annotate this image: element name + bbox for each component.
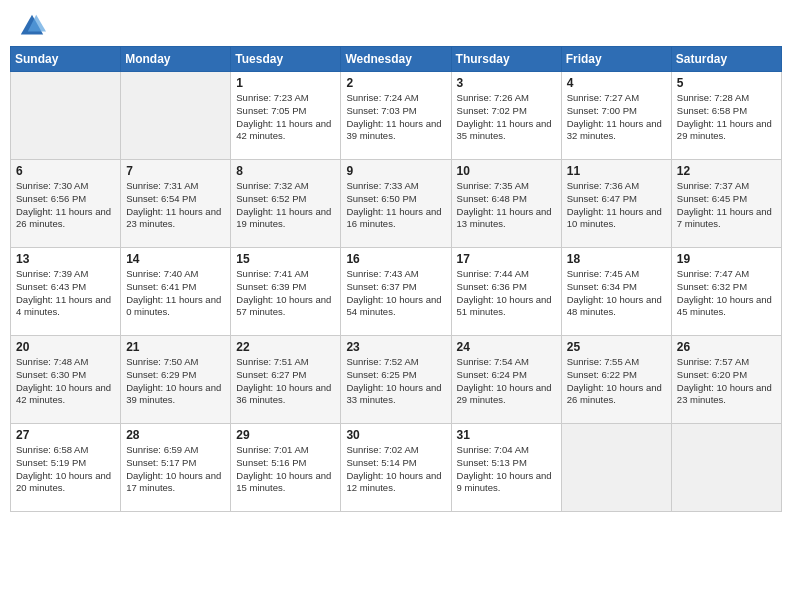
day-cell xyxy=(561,424,671,512)
day-cell: 17Sunrise: 7:44 AMSunset: 6:36 PMDayligh… xyxy=(451,248,561,336)
day-number: 9 xyxy=(346,164,445,178)
day-cell: 25Sunrise: 7:55 AMSunset: 6:22 PMDayligh… xyxy=(561,336,671,424)
day-cell: 7Sunrise: 7:31 AMSunset: 6:54 PMDaylight… xyxy=(121,160,231,248)
day-number: 16 xyxy=(346,252,445,266)
day-info: Sunrise: 7:27 AMSunset: 7:00 PMDaylight:… xyxy=(567,92,666,143)
day-number: 20 xyxy=(16,340,115,354)
day-info: Sunrise: 7:50 AMSunset: 6:29 PMDaylight:… xyxy=(126,356,225,407)
day-number: 22 xyxy=(236,340,335,354)
day-cell: 10Sunrise: 7:35 AMSunset: 6:48 PMDayligh… xyxy=(451,160,561,248)
day-info: Sunrise: 7:28 AMSunset: 6:58 PMDaylight:… xyxy=(677,92,776,143)
day-info: Sunrise: 7:23 AMSunset: 7:05 PMDaylight:… xyxy=(236,92,335,143)
day-cell: 3Sunrise: 7:26 AMSunset: 7:02 PMDaylight… xyxy=(451,72,561,160)
dow-tuesday: Tuesday xyxy=(231,47,341,72)
day-info: Sunrise: 7:52 AMSunset: 6:25 PMDaylight:… xyxy=(346,356,445,407)
day-number: 21 xyxy=(126,340,225,354)
day-cell: 22Sunrise: 7:51 AMSunset: 6:27 PMDayligh… xyxy=(231,336,341,424)
day-info: Sunrise: 7:39 AMSunset: 6:43 PMDaylight:… xyxy=(16,268,115,319)
day-cell: 13Sunrise: 7:39 AMSunset: 6:43 PMDayligh… xyxy=(11,248,121,336)
day-cell: 8Sunrise: 7:32 AMSunset: 6:52 PMDaylight… xyxy=(231,160,341,248)
day-info: Sunrise: 7:31 AMSunset: 6:54 PMDaylight:… xyxy=(126,180,225,231)
day-number: 24 xyxy=(457,340,556,354)
day-number: 13 xyxy=(16,252,115,266)
day-cell xyxy=(121,72,231,160)
day-cell: 16Sunrise: 7:43 AMSunset: 6:37 PMDayligh… xyxy=(341,248,451,336)
day-number: 28 xyxy=(126,428,225,442)
day-number: 25 xyxy=(567,340,666,354)
dow-saturday: Saturday xyxy=(671,47,781,72)
day-number: 1 xyxy=(236,76,335,90)
day-info: Sunrise: 6:58 AMSunset: 5:19 PMDaylight:… xyxy=(16,444,115,495)
day-number: 8 xyxy=(236,164,335,178)
day-info: Sunrise: 7:01 AMSunset: 5:16 PMDaylight:… xyxy=(236,444,335,495)
day-cell: 21Sunrise: 7:50 AMSunset: 6:29 PMDayligh… xyxy=(121,336,231,424)
day-cell xyxy=(671,424,781,512)
day-number: 10 xyxy=(457,164,556,178)
day-number: 23 xyxy=(346,340,445,354)
day-number: 27 xyxy=(16,428,115,442)
day-number: 30 xyxy=(346,428,445,442)
day-info: Sunrise: 7:47 AMSunset: 6:32 PMDaylight:… xyxy=(677,268,776,319)
day-number: 31 xyxy=(457,428,556,442)
day-info: Sunrise: 7:57 AMSunset: 6:20 PMDaylight:… xyxy=(677,356,776,407)
day-number: 6 xyxy=(16,164,115,178)
day-info: Sunrise: 7:33 AMSunset: 6:50 PMDaylight:… xyxy=(346,180,445,231)
day-cell: 5Sunrise: 7:28 AMSunset: 6:58 PMDaylight… xyxy=(671,72,781,160)
dow-wednesday: Wednesday xyxy=(341,47,451,72)
day-number: 29 xyxy=(236,428,335,442)
day-of-week-header-row: SundayMondayTuesdayWednesdayThursdayFrid… xyxy=(11,47,782,72)
calendar-table: SundayMondayTuesdayWednesdayThursdayFrid… xyxy=(10,46,782,512)
day-info: Sunrise: 7:43 AMSunset: 6:37 PMDaylight:… xyxy=(346,268,445,319)
day-cell: 26Sunrise: 7:57 AMSunset: 6:20 PMDayligh… xyxy=(671,336,781,424)
day-number: 3 xyxy=(457,76,556,90)
logo-icon xyxy=(18,12,46,40)
week-row-4: 20Sunrise: 7:48 AMSunset: 6:30 PMDayligh… xyxy=(11,336,782,424)
day-info: Sunrise: 7:35 AMSunset: 6:48 PMDaylight:… xyxy=(457,180,556,231)
day-number: 17 xyxy=(457,252,556,266)
header xyxy=(0,0,792,46)
day-cell: 9Sunrise: 7:33 AMSunset: 6:50 PMDaylight… xyxy=(341,160,451,248)
day-number: 5 xyxy=(677,76,776,90)
day-info: Sunrise: 7:51 AMSunset: 6:27 PMDaylight:… xyxy=(236,356,335,407)
calendar-body: 1Sunrise: 7:23 AMSunset: 7:05 PMDaylight… xyxy=(11,72,782,512)
week-row-5: 27Sunrise: 6:58 AMSunset: 5:19 PMDayligh… xyxy=(11,424,782,512)
dow-sunday: Sunday xyxy=(11,47,121,72)
day-info: Sunrise: 7:02 AMSunset: 5:14 PMDaylight:… xyxy=(346,444,445,495)
day-info: Sunrise: 7:30 AMSunset: 6:56 PMDaylight:… xyxy=(16,180,115,231)
day-info: Sunrise: 7:40 AMSunset: 6:41 PMDaylight:… xyxy=(126,268,225,319)
day-info: Sunrise: 7:48 AMSunset: 6:30 PMDaylight:… xyxy=(16,356,115,407)
day-info: Sunrise: 7:41 AMSunset: 6:39 PMDaylight:… xyxy=(236,268,335,319)
day-number: 26 xyxy=(677,340,776,354)
day-cell: 4Sunrise: 7:27 AMSunset: 7:00 PMDaylight… xyxy=(561,72,671,160)
dow-friday: Friday xyxy=(561,47,671,72)
day-number: 14 xyxy=(126,252,225,266)
day-cell xyxy=(11,72,121,160)
day-cell: 29Sunrise: 7:01 AMSunset: 5:16 PMDayligh… xyxy=(231,424,341,512)
day-info: Sunrise: 7:45 AMSunset: 6:34 PMDaylight:… xyxy=(567,268,666,319)
day-cell: 15Sunrise: 7:41 AMSunset: 6:39 PMDayligh… xyxy=(231,248,341,336)
day-number: 15 xyxy=(236,252,335,266)
calendar: SundayMondayTuesdayWednesdayThursdayFrid… xyxy=(0,46,792,612)
day-cell: 28Sunrise: 6:59 AMSunset: 5:17 PMDayligh… xyxy=(121,424,231,512)
day-cell: 1Sunrise: 7:23 AMSunset: 7:05 PMDaylight… xyxy=(231,72,341,160)
day-cell: 24Sunrise: 7:54 AMSunset: 6:24 PMDayligh… xyxy=(451,336,561,424)
logo xyxy=(18,12,50,40)
day-cell: 14Sunrise: 7:40 AMSunset: 6:41 PMDayligh… xyxy=(121,248,231,336)
day-cell: 6Sunrise: 7:30 AMSunset: 6:56 PMDaylight… xyxy=(11,160,121,248)
day-info: Sunrise: 7:44 AMSunset: 6:36 PMDaylight:… xyxy=(457,268,556,319)
dow-monday: Monday xyxy=(121,47,231,72)
day-cell: 2Sunrise: 7:24 AMSunset: 7:03 PMDaylight… xyxy=(341,72,451,160)
day-number: 7 xyxy=(126,164,225,178)
day-info: Sunrise: 7:04 AMSunset: 5:13 PMDaylight:… xyxy=(457,444,556,495)
day-cell: 30Sunrise: 7:02 AMSunset: 5:14 PMDayligh… xyxy=(341,424,451,512)
page: SundayMondayTuesdayWednesdayThursdayFrid… xyxy=(0,0,792,612)
day-info: Sunrise: 7:36 AMSunset: 6:47 PMDaylight:… xyxy=(567,180,666,231)
dow-thursday: Thursday xyxy=(451,47,561,72)
week-row-1: 1Sunrise: 7:23 AMSunset: 7:05 PMDaylight… xyxy=(11,72,782,160)
day-number: 18 xyxy=(567,252,666,266)
day-number: 2 xyxy=(346,76,445,90)
day-cell: 23Sunrise: 7:52 AMSunset: 6:25 PMDayligh… xyxy=(341,336,451,424)
day-cell: 20Sunrise: 7:48 AMSunset: 6:30 PMDayligh… xyxy=(11,336,121,424)
day-info: Sunrise: 7:24 AMSunset: 7:03 PMDaylight:… xyxy=(346,92,445,143)
day-info: Sunrise: 7:54 AMSunset: 6:24 PMDaylight:… xyxy=(457,356,556,407)
